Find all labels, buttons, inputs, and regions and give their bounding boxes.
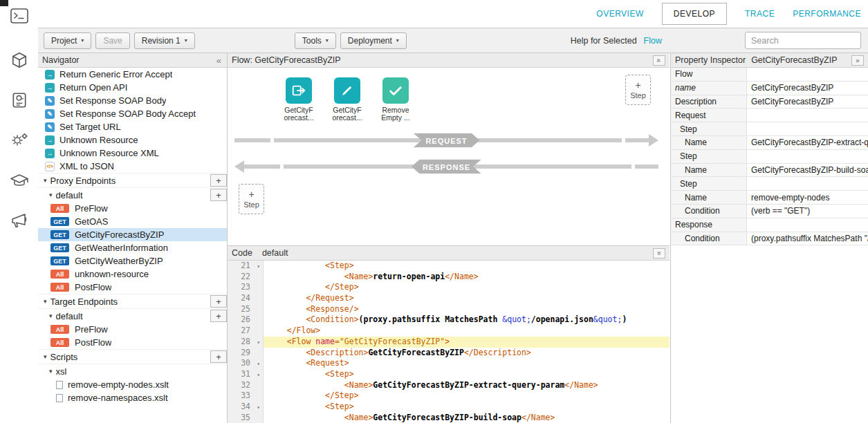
nav-subsection-xsl[interactable]: ▾xsl — [38, 364, 227, 378]
code-line-text[interactable]: <Name>return-open-api</Name> — [264, 272, 670, 283]
learn-icon[interactable] — [0, 169, 38, 192]
nav-item-preflow[interactable]: AllPreFlow — [38, 323, 227, 336]
inspector-value[interactable]: GetCityForecastByZIP — [747, 95, 868, 109]
save-button[interactable]: Save — [95, 32, 129, 49]
code-line-text[interactable]: </Flow> — [264, 326, 670, 337]
add-step-button-bottom[interactable]: + Step — [239, 184, 264, 214]
code-line-text[interactable]: <Request> — [264, 358, 670, 369]
collapse-left-icon[interactable]: « — [216, 55, 223, 66]
tab-overview[interactable]: OVERVIEW — [596, 9, 643, 19]
nav-item-remove-namespaces-xslt[interactable]: remove-namespaces.xslt — [38, 391, 227, 404]
code-line-text[interactable]: </Step> — [264, 391, 670, 402]
flow-step-3[interactable]: Remove Empty ... — [377, 77, 414, 122]
announcement-icon[interactable] — [0, 209, 38, 232]
add-button[interactable]: + — [210, 295, 227, 308]
code-line-30: 30▾ <Request> — [228, 358, 670, 369]
add-step-button-top[interactable]: + Step — [625, 75, 651, 105]
nav-section-target-endpoints[interactable]: ▾Target Endpoints+ — [38, 294, 227, 308]
method-badge: GET — [50, 243, 69, 252]
flow-step-2[interactable]: GetCityF orecast... — [329, 77, 366, 122]
code-line-text[interactable]: <Step> — [264, 261, 670, 272]
collapse-right-icon[interactable]: » — [851, 55, 864, 66]
inspector-label: Name — [671, 136, 747, 149]
code-line-text[interactable]: <Name>GetCityForecastByZIP-extract-query… — [264, 380, 670, 391]
nav-subsection-default[interactable]: ▾default+ — [38, 187, 227, 202]
nav-section-scripts[interactable]: ▾Scripts+ — [38, 349, 227, 364]
nav-item-return-generic-error-accept[interactable]: →Return Generic Error Accept — [38, 68, 227, 81]
nav-item-remove-empty-nodes-xslt[interactable]: remove-empty-nodes.xslt — [38, 378, 227, 391]
code-line-text[interactable]: <Step> — [264, 402, 670, 413]
tools-button[interactable]: Tools ▾ — [295, 32, 336, 49]
code-line-29: 29 <Description>GetCityForecastByZIP</De… — [228, 348, 670, 359]
code-line-text[interactable]: <Step> — [264, 369, 670, 380]
inspector-label: Description — [671, 95, 747, 109]
fold-icon[interactable]: ▾ — [257, 359, 260, 370]
flow-step-1[interactable]: GetCityF orecast... — [280, 77, 317, 122]
nav-item-postflow[interactable]: AllPostFlow — [38, 281, 227, 294]
search-input[interactable] — [745, 32, 861, 49]
nav-item-set-response-soap-body[interactable]: ✎Set Response SOAP Body — [38, 94, 227, 107]
nav-item-getweatherinformation[interactable]: GETGetWeatherInformation — [38, 241, 227, 254]
nav-item-return-open-api[interactable]: →Return Open API — [38, 81, 227, 94]
code-line-text[interactable]: </Request> — [264, 293, 670, 304]
api-proxy-icon[interactable] — [0, 48, 38, 72]
arrow-policy-icon: → — [45, 83, 55, 93]
add-button[interactable]: + — [210, 350, 227, 363]
help-flow-link[interactable]: Flow — [644, 36, 662, 46]
inspector-value[interactable]: GetCityForecastByZIP-build-soap — [747, 164, 868, 177]
code-line-text[interactable]: <Flow name="GetCityForecastByZIP"> — [264, 337, 670, 348]
nav-item-getoas[interactable]: GETGetOAS — [38, 215, 227, 228]
nav-item-xml-to-json[interactable]: </>XML to JSON — [38, 160, 227, 173]
method-badge: GET — [50, 217, 69, 226]
nav-item-getcityweatherbyzip[interactable]: GETGetCityWeatherByZIP — [38, 254, 227, 267]
inspector-value[interactable]: remove-empty-nodes — [747, 191, 868, 204]
collapse-up-icon[interactable]: « — [653, 55, 665, 66]
inspector-value[interactable]: GetCityForecastByZIP — [747, 82, 868, 95]
tab-performance[interactable]: PERFORMANCE — [793, 9, 861, 19]
request-badge: REQUEST — [414, 133, 480, 148]
inspector-value[interactable]: (verb == "GET") — [747, 205, 868, 218]
chevron-down-icon: ▾ — [396, 37, 399, 44]
inspector-value[interactable]: GetCityForecastByZIP-extract-qu — [747, 136, 868, 149]
expand-down-icon[interactable]: « — [653, 248, 665, 258]
deployment-button[interactable]: Deployment ▾ — [340, 32, 407, 49]
collapse-triangle-icon: ▾ — [44, 177, 47, 184]
nav-label: Return Generic Error Accept — [59, 69, 172, 79]
nav-item-preflow[interactable]: AllPreFlow — [38, 202, 227, 215]
tab-trace[interactable]: TRACE — [745, 9, 775, 19]
admin-gear-icon[interactable] — [0, 129, 38, 152]
nav-item-set-target-url[interactable]: ✎Set Target URL — [38, 120, 227, 133]
nav-section-proxy-endpoints[interactable]: ▾Proxy Endpoints+ — [38, 173, 227, 187]
fold-icon[interactable]: ▾ — [257, 370, 260, 381]
tab-develop[interactable]: DEVELOP — [662, 3, 727, 25]
nav-item-postflow[interactable]: AllPostFlow — [38, 336, 227, 349]
nav-item-unknown-resource[interactable]: →Unknown Resource — [38, 133, 227, 147]
nav-item-set-response-soap-body-accept[interactable]: ✎Set Response SOAP Body Accept — [38, 107, 227, 120]
nav-item-unknown-resource-xml[interactable]: →Unknown Resource XML — [38, 147, 227, 160]
code-editor[interactable]: 21▾ <Step>22 <Name>return-open-api</Name… — [228, 261, 670, 423]
fold-icon[interactable]: ▾ — [257, 402, 260, 413]
terminal-icon[interactable] — [0, 4, 38, 28]
add-button[interactable]: + — [210, 174, 227, 187]
inspector-property-description: DescriptionGetCityForecastByZIP — [671, 95, 868, 109]
fold-icon[interactable]: ▾ — [257, 261, 260, 272]
code-line-text[interactable]: <Response/> — [264, 304, 670, 315]
inspector-value[interactable]: (proxy.pathsuffix MatchesPath "/c — [747, 232, 868, 245]
line-number: 22 — [241, 272, 250, 281]
code-line-text[interactable]: <Condition>(proxy.pathsuffix MatchesPath… — [264, 314, 670, 326]
nav-subsection-default[interactable]: ▾default+ — [38, 308, 227, 323]
add-button[interactable]: + — [210, 189, 227, 201]
add-button[interactable]: + — [210, 310, 227, 322]
revision-button[interactable]: Revision 1 ▾ — [134, 32, 195, 49]
inspector-value — [747, 122, 868, 135]
dev-machine-icon[interactable] — [0, 88, 38, 112]
code-line-text[interactable]: <Description>GetCityForecastByZIP</Descr… — [264, 348, 670, 359]
inspector-label: Condition — [671, 205, 747, 218]
code-line-text[interactable]: <Name>GetCityForecastByZIP-build-soap</N… — [264, 413, 670, 423]
fold-icon[interactable]: ▾ — [257, 337, 260, 348]
nav-item-getcityforecastbyzip[interactable]: GETGetCityForecastByZIP — [38, 228, 227, 241]
project-button[interactable]: Project ▾ — [44, 32, 91, 49]
nav-item-unknown-resource[interactable]: Allunknown-resource — [38, 267, 227, 281]
line-number: 30 — [241, 358, 250, 368]
code-line-text[interactable]: </Step> — [264, 282, 670, 293]
